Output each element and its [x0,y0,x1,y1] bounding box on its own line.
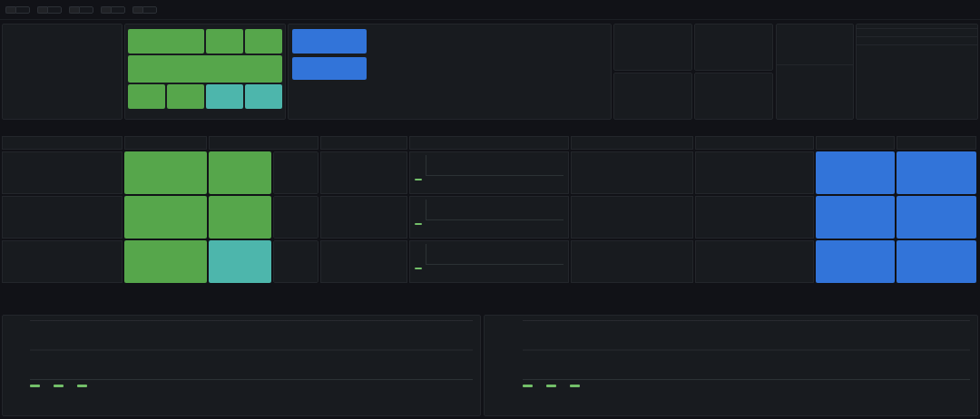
replay-lag-sparkline [699,102,769,116]
health-panel [124,24,286,120]
wraparound-cell [695,151,814,194]
grafana-dashboard [0,0,980,419]
version-cell [897,151,976,194]
panel-title [777,24,853,28]
wraparound-cell [695,240,814,283]
version-cell [897,240,976,283]
alerts-panel [2,24,122,120]
health-restarts-tile [245,84,282,109]
zone-cell [320,196,407,239]
wraparound-bars [701,246,775,278]
max-connections-cell [571,196,693,239]
clustering-cell [209,196,318,239]
series-dash-icon [30,385,40,387]
storage-panel [776,24,854,120]
memory-utilisation-gauge [543,30,601,63]
filter-datasource-value[interactable] [15,6,30,14]
replication-lag-panel [613,24,692,71]
filter-cluster-value[interactable] [111,6,125,14]
panel-title [695,73,772,77]
series-dash-icon [523,385,533,387]
filter-operator-namespace-label [37,6,47,14]
filter-instances-value[interactable] [142,6,157,14]
health-backup-tile [128,84,165,109]
series-dash-icon [54,385,64,387]
connections-cell [409,240,569,283]
panel-title [485,316,977,319]
max-connections-gauge [606,247,659,278]
version-cell [897,196,976,239]
wraparound-value [779,201,808,233]
overview-panel [288,24,612,120]
column-header-wraparound [695,136,814,150]
filter-instances-label [132,6,142,14]
column-header-clustering [209,136,318,150]
clustering-cell [209,151,318,194]
filter-cluster-label [101,6,111,14]
filter-datasource[interactable] [5,6,30,14]
column-header-max-connections [571,136,693,150]
max-connections-cell [571,240,693,283]
server-health-table [2,136,978,283]
max-connections-cell [571,151,693,194]
version-stat [292,57,367,80]
panel-title [614,24,691,28]
replay-lag-panel [694,73,773,120]
column-header-started [816,136,895,150]
flush-lag-panel [613,73,692,120]
alerts-empty-message [3,24,122,119]
variables-bar [0,0,980,20]
series-dash-icon [77,385,87,387]
memory-usage-panel [484,315,978,416]
series-dash-icon [546,385,556,387]
filter-cluster[interactable] [101,6,125,14]
write-lag-sparkline [699,54,769,67]
health-up-tile [206,29,243,54]
legend-item[interactable] [546,385,559,387]
filter-operator-namespace[interactable] [37,6,62,14]
column-header-instance [2,136,122,150]
clustering-cell [209,240,318,283]
legend-item[interactable] [30,385,43,387]
filter-database-namespace-label [69,6,79,14]
backups-panel [856,24,978,120]
legend-item[interactable] [77,385,90,387]
wraparound-value [779,157,808,189]
panel-title [695,24,772,28]
column-header-version [897,136,976,150]
max-connections-gauge [606,202,659,233]
legend-item[interactable] [54,385,66,387]
wraparound-bars [701,157,775,189]
health-ready-tile [245,29,282,54]
filter-operator-namespace-value[interactable] [47,6,62,14]
series-dash-icon [570,385,580,387]
connections-cell [409,196,569,239]
filter-database-namespace-value[interactable] [79,6,93,14]
panel-title [3,316,480,319]
status-cell [124,196,207,239]
series-dash-icon [415,179,422,180]
panel-title [614,73,691,77]
health-replication-tile [128,29,204,54]
started-cell [816,240,895,283]
column-header-zone [320,136,407,150]
status-cell [124,240,207,283]
wraparound-cell [695,196,814,239]
status-cell [124,151,207,194]
replicas-count [273,151,318,194]
instance-name-cell [2,196,122,239]
memory-total-sparkline [537,95,559,105]
write-lag-panel [694,24,773,71]
cpu-usage-chart [30,320,473,379]
flush-lag-sparkline [618,102,688,116]
max-connections-gauge [606,158,659,189]
volume-space-usage-gauge [787,29,843,62]
connections-cell [409,151,569,194]
wraparound-value [779,246,808,278]
filter-database-namespace[interactable] [69,6,93,14]
column-header-connections [409,136,569,150]
filter-instances[interactable] [132,6,157,14]
legend-item[interactable] [570,385,583,387]
series-dash-icon [415,223,422,225]
legend-item[interactable] [523,385,535,387]
